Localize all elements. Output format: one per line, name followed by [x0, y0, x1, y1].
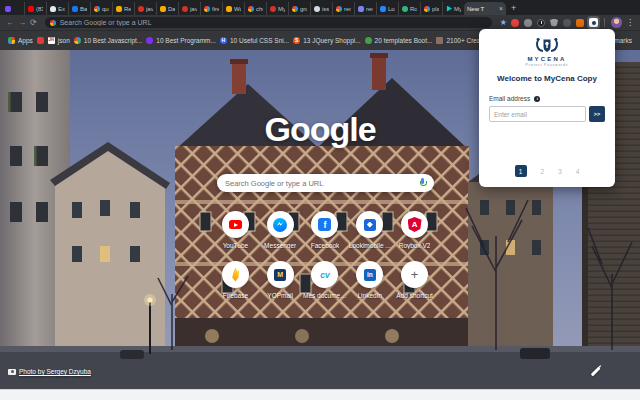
tab[interactable]: rem	[354, 2, 376, 15]
tab-favicon	[226, 6, 232, 12]
shortcut-label: Mes documents	[303, 292, 347, 299]
tab-favicon	[94, 6, 100, 12]
messenger-glyph	[273, 218, 287, 232]
youtube-glyph	[229, 220, 242, 229]
submit-email-button[interactable]: >>	[589, 106, 605, 122]
tab[interactable]: Babe	[68, 2, 90, 15]
camera-icon	[8, 369, 16, 375]
tab[interactable]: MyC	[442, 2, 464, 15]
dim-extension-icon[interactable]	[563, 19, 571, 27]
bookmark-item[interactable]: H10 Useful CSS Sni...	[220, 37, 289, 44]
tab[interactable]: MyC	[266, 2, 288, 15]
bookmark-item[interactable]	[37, 37, 44, 44]
mycena-extension-popup: MYCENA Protect Passwords Welcome to MyCe…	[479, 29, 615, 187]
youtube-shortcut-icon	[222, 211, 249, 238]
shortcut-yopmail[interactable]: MYOPmail	[258, 261, 303, 299]
tab-favicon	[28, 6, 34, 12]
shortcut-firebase[interactable]: Firebase	[213, 261, 258, 299]
shortcut-label: Lookimobile ...	[349, 242, 391, 249]
orange-extension-icon[interactable]	[576, 19, 584, 27]
tab[interactable]: quer	[90, 2, 112, 15]
tab[interactable]: (83)	[24, 2, 46, 15]
pagination-page[interactable]: 3	[558, 168, 562, 175]
email-field[interactable]	[489, 106, 586, 122]
bookmark-item[interactable]: Apps	[8, 37, 33, 44]
tab-title: New T	[467, 6, 497, 12]
gray-circle-extension-icon[interactable]	[524, 19, 532, 27]
tab[interactable]: issue	[310, 2, 332, 15]
voice-search-icon[interactable]	[419, 178, 426, 188]
tab[interactable]: chro	[244, 2, 266, 15]
pagination-page[interactable]: 2	[541, 168, 545, 175]
messenger-shortcut-icon	[267, 211, 294, 238]
shortcut-angular[interactable]: ARoybox V2	[392, 211, 437, 249]
red-circle-extension-icon[interactable]	[511, 19, 519, 27]
facebook-shortcut-icon: f	[311, 211, 338, 238]
bookmark-label: Apps	[18, 37, 33, 44]
tab[interactable]: play	[420, 2, 442, 15]
photo-attribution: Photo by Sergey Dzyuba	[8, 368, 91, 375]
tab-title: Exte	[58, 6, 65, 12]
pagination-active-page[interactable]: 1	[515, 165, 527, 177]
tab[interactable]: Rosy	[398, 2, 420, 15]
bookmark-item[interactable]: 10 Best Javascript...	[74, 37, 143, 44]
info-icon[interactable]: i	[534, 96, 540, 102]
tab-close-icon[interactable]: ×	[499, 5, 503, 12]
google-search-bar[interactable]: Search Google or type a URL	[217, 174, 434, 192]
bookmark-label: 13 JQuery Shoppi...	[303, 37, 360, 44]
bookmark-item[interactable]: JRjson	[48, 37, 70, 44]
tab-favicon	[182, 6, 188, 12]
bookmark-item[interactable]: 10 Best Programm...	[146, 37, 216, 44]
popup-title: Welcome to MyCena Copy	[479, 74, 615, 83]
forward-icon[interactable]: →	[18, 19, 26, 27]
bookmark-item[interactable]: S13 JQuery Shoppi...	[293, 37, 360, 44]
shortcut-facebook[interactable]: fFacebook	[303, 211, 348, 249]
tab-title: fireb	[212, 6, 219, 12]
tab-favicon	[204, 6, 210, 12]
photo-credit-link[interactable]: Photo by Sergey Dzyuba	[19, 368, 91, 375]
profile-avatar[interactable]	[611, 17, 622, 28]
extensions-row	[511, 18, 598, 27]
tab[interactable]: fireb	[200, 2, 222, 15]
bookmark-label: 10 Useful CSS Sni...	[230, 37, 289, 44]
greenc-bookmark-icon	[365, 37, 372, 44]
shortcut-youtube[interactable]: YouTube	[213, 211, 258, 249]
bookmark-item[interactable]: 20 templates Boot...	[365, 37, 433, 44]
shortcut-linkedin[interactable]: inLinkedIn	[347, 261, 392, 299]
tab-title: Data	[168, 6, 175, 12]
shortcut-docs[interactable]: cvMes documents	[303, 261, 348, 299]
address-bar[interactable]: Search Google or type a URL	[45, 17, 492, 28]
tab[interactable]: javas	[178, 2, 200, 15]
tab[interactable]: Data	[156, 2, 178, 15]
linkedin-glyph: in	[364, 269, 376, 281]
bookmark-star-icon[interactable]: ★	[500, 19, 507, 27]
browser-menu-icon[interactable]: ⋮	[626, 19, 634, 27]
reload-icon[interactable]: ⟳	[30, 19, 37, 27]
docs-glyph: cv	[320, 270, 329, 280]
tab[interactable]: grou	[288, 2, 310, 15]
tab[interactable]: Reac	[112, 2, 134, 15]
pagination-page[interactable]: 4	[576, 168, 580, 175]
tab[interactable]: javas	[134, 2, 156, 15]
tab[interactable]	[2, 2, 24, 15]
tab[interactable]: Look	[376, 2, 398, 15]
tab[interactable]: Exte	[46, 2, 68, 15]
shortcut-plus[interactable]: +Add shortcut	[392, 261, 437, 299]
shield-extension-icon[interactable]	[550, 19, 558, 27]
shortcut-jira[interactable]: Lookimobile ...	[347, 211, 392, 249]
mycena-extension-icon[interactable]	[589, 18, 598, 27]
clock-extension-icon[interactable]	[537, 19, 545, 27]
new-tab-button[interactable]: +	[511, 3, 516, 13]
tab[interactable]: Worl	[222, 2, 244, 15]
desktop-strip	[0, 389, 640, 400]
tab-favicon	[72, 6, 78, 12]
tab-title: (83)	[36, 6, 43, 12]
tab-favicon	[358, 6, 364, 12]
shortcut-messenger[interactable]: Messenger	[258, 211, 303, 249]
hblue-bookmark-icon: H	[220, 37, 227, 44]
docs-shortcut-icon: cv	[311, 261, 338, 288]
tab[interactable]: remo	[332, 2, 354, 15]
back-icon[interactable]: ←	[6, 19, 14, 27]
tab-favicon	[336, 6, 342, 12]
active-tab[interactable]: New T×	[464, 2, 506, 15]
